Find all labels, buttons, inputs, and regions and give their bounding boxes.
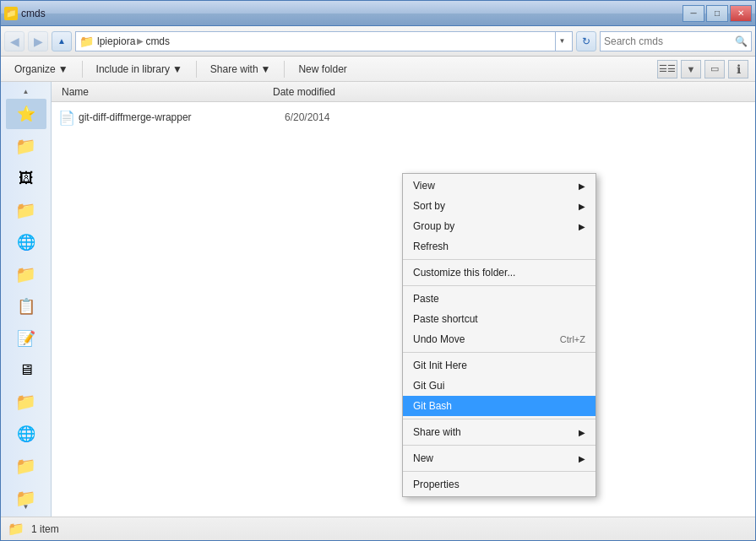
new-folder-button[interactable]: New folder <box>291 59 353 79</box>
view-list-button[interactable]: ☰☰ <box>657 60 677 78</box>
forward-button[interactable]: ▶ <box>28 31 48 51</box>
column-date-header[interactable]: Date modified <box>269 86 388 98</box>
menu-item-undo-move[interactable]: Undo Move Ctrl+Z <box>403 329 596 349</box>
view-dropdown-button[interactable]: ▼ <box>681 60 701 78</box>
sidebar-item-11[interactable]: 📁 <box>6 451 46 481</box>
refresh-button[interactable]: ↻ <box>576 31 596 51</box>
sidebar-scroll-up[interactable]: ▲ <box>1 85 51 97</box>
menu-item-properties-label: Properties <box>413 479 460 490</box>
sidebar-item-5[interactable]: 📁 <box>6 259 46 289</box>
share-with-arrow-icon: ▼ <box>261 63 271 75</box>
menu-item-view-label: View <box>413 180 435 192</box>
include-library-button[interactable]: Include in library ▼ <box>90 59 189 79</box>
organize-button[interactable]: Organize ▼ <box>8 59 75 79</box>
folder-icon-9: 📁 <box>15 392 36 412</box>
menu-item-refresh[interactable]: Refresh <box>403 236 596 257</box>
menu-item-git-init-label: Git Init Here <box>413 360 467 371</box>
maximize-button[interactable]: □ <box>706 5 728 22</box>
menu-item-git-bash[interactable]: Git Bash <box>403 396 596 416</box>
list-icon: 📋 <box>17 297 35 316</box>
menu-item-customize-label: Customize this folder... <box>413 267 515 279</box>
menu-item-paste-shortcut-label: Paste shortcut <box>413 313 478 325</box>
menu-item-git-init[interactable]: Git Init Here <box>403 355 596 376</box>
address-content: lpiepiora ▶ cmds <box>97 35 552 47</box>
folder-blue-icon: 📁 <box>15 136 36 156</box>
status-folder-icon: 📁 <box>8 521 24 537</box>
folder-icon-11: 📁 <box>15 456 36 476</box>
sidebar-item-2[interactable]: 🖼 <box>6 163 46 193</box>
file-icon: 📄 <box>58 110 75 126</box>
table-row[interactable]: 📄 git-diff-diffmerge-wrapper 6/20/2014 <box>52 105 755 129</box>
menu-separator-4 <box>403 419 596 419</box>
search-box[interactable]: 🔍 <box>600 31 752 51</box>
menu-item-git-gui[interactable]: Git Gui <box>403 376 596 396</box>
close-button[interactable]: ✕ <box>730 5 752 22</box>
menu-separator-2 <box>403 285 596 286</box>
status-text: 1 item <box>31 523 59 535</box>
title-bar: 📁 cmds ─ □ ✕ <box>1 1 755 26</box>
menu-item-group-by-label: Group by <box>413 220 454 232</box>
context-menu: View ▶ Sort by ▶ Group by ▶ Refresh Cust… <box>402 173 596 497</box>
up-button[interactable]: ▲ <box>52 31 72 51</box>
folder-icon-3: 📁 <box>15 200 36 220</box>
sidebar-item-4[interactable]: 🌐 <box>6 227 46 257</box>
sidebar-item-1[interactable]: 📁 <box>6 131 46 161</box>
menu-item-undo-move-label: Undo Move <box>413 333 465 345</box>
file-list-body: 📄 git-diff-diffmerge-wrapper 6/20/2014 <box>52 102 755 133</box>
sidebar-item-3[interactable]: 📁 <box>6 195 46 225</box>
submenu-arrow-icon-share: ▶ <box>579 428 585 437</box>
sidebar-item-6[interactable]: 📋 <box>6 291 46 322</box>
details-button[interactable]: ℹ <box>728 60 748 78</box>
share-with-button[interactable]: Share with ▼ <box>204 59 278 79</box>
menu-item-paste-shortcut[interactable]: Paste shortcut <box>403 309 596 329</box>
network-icon: 🌐 <box>17 233 35 252</box>
menu-item-new[interactable]: New ▶ <box>403 448 596 468</box>
menu-item-sort-by-label: Sort by <box>413 200 445 212</box>
file-area: Name Date modified 📄 git-diff-diffmerge-… <box>52 82 755 517</box>
address-bar[interactable]: 📁 lpiepiora ▶ cmds ▼ <box>75 31 573 51</box>
notes-icon: 📝 <box>17 329 35 348</box>
menu-item-sort-by[interactable]: Sort by ▶ <box>403 196 596 216</box>
menu-item-share-with[interactable]: Share with ▶ <box>403 422 596 442</box>
column-name-header[interactable]: Name <box>58 86 269 98</box>
address-toolbar: ◀ ▶ ▲ 📁 lpiepiora ▶ cmds ▼ ↻ 🔍 <box>1 26 755 57</box>
toolbar-separator-1 <box>82 61 83 78</box>
sidebar-scroll-down[interactable]: ▼ <box>1 500 51 513</box>
address-dropdown-button[interactable]: ▼ <box>555 32 568 51</box>
sidebar-item-10[interactable]: 🌐 <box>6 419 46 449</box>
minimize-button[interactable]: ─ <box>683 5 704 22</box>
search-icon: 🔍 <box>735 35 748 47</box>
menu-item-properties[interactable]: Properties <box>403 474 596 495</box>
include-library-label: Include in library <box>96 63 170 75</box>
organize-label: Organize <box>14 63 56 75</box>
file-list-header: Name Date modified <box>52 82 755 102</box>
menu-item-paste[interactable]: Paste <box>403 289 596 309</box>
title-bar-left: 📁 cmds <box>4 7 46 20</box>
menu-item-view[interactable]: View ▶ <box>403 176 596 196</box>
menu-item-customize[interactable]: Customize this folder... <box>403 262 596 283</box>
sidebar-item-7[interactable]: 📝 <box>6 323 46 354</box>
address-part-2: cmds <box>145 35 170 47</box>
menu-item-paste-label: Paste <box>413 293 439 305</box>
sidebar-item-8[interactable]: 🖥 <box>6 354 46 385</box>
menu-item-group-by[interactable]: Group by ▶ <box>403 216 596 236</box>
submenu-arrow-icon: ▶ <box>579 181 585 191</box>
star-icon: ⭐ <box>17 105 35 123</box>
search-input[interactable] <box>604 35 732 47</box>
submenu-arrow-icon-sort: ▶ <box>579 202 585 211</box>
menu-item-git-gui-label: Git Gui <box>413 380 444 392</box>
menu-item-git-bash-label: Git Bash <box>413 400 452 412</box>
sidebar-item-9[interactable]: 📁 <box>6 387 46 417</box>
pictures-icon: 🖼 <box>19 170 34 187</box>
menu-separator-6 <box>403 471 596 472</box>
sidebar-item-favorites[interactable]: ⭐ <box>6 99 46 129</box>
file-date: 6/20/2014 <box>285 111 403 123</box>
menu-separator-1 <box>403 259 596 260</box>
preview-button[interactable]: ▭ <box>704 60 725 78</box>
submenu-arrow-icon-group: ▶ <box>579 222 585 231</box>
undo-move-shortcut: Ctrl+Z <box>560 334 585 344</box>
file-name: git-diff-diffmerge-wrapper <box>79 111 281 123</box>
folder-icon-5: 📁 <box>15 264 36 284</box>
back-button[interactable]: ◀ <box>4 31 24 51</box>
menu-item-share-with-label: Share with <box>413 426 461 438</box>
